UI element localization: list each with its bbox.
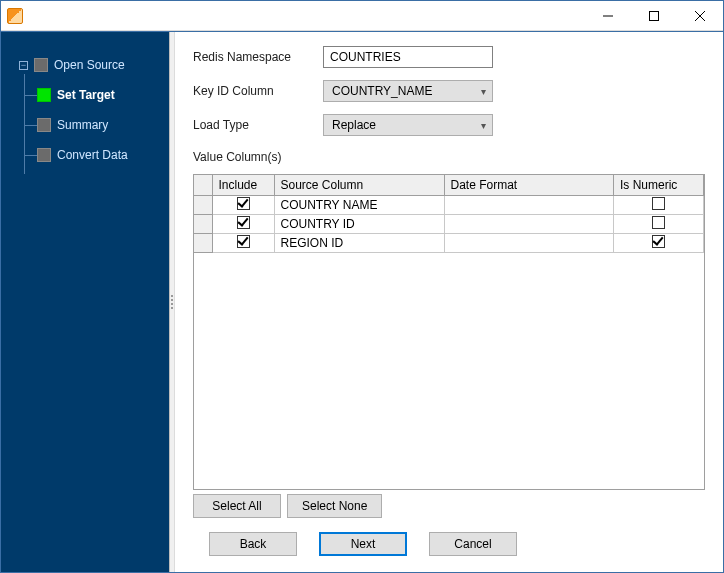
cancel-button[interactable]: Cancel — [429, 532, 517, 556]
step-label: Convert Data — [57, 148, 128, 162]
load-type-label: Load Type — [193, 118, 323, 132]
is-numeric-cell[interactable] — [614, 195, 704, 214]
col-dateformat[interactable]: Date Format — [444, 175, 614, 195]
row-header[interactable] — [194, 195, 212, 214]
value-columns-label: Value Column(s) — [193, 150, 705, 164]
select-none-button[interactable]: Select None — [287, 494, 382, 518]
source-column-cell[interactable]: COUNTRY ID — [274, 214, 444, 233]
steps-sidebar: − Open Source Set Target Summary Co — [1, 32, 169, 572]
step-summary[interactable]: Summary — [9, 110, 169, 140]
step-label: Summary — [57, 118, 108, 132]
is-numeric-cell[interactable] — [614, 233, 704, 252]
step-box-icon — [37, 148, 51, 162]
row-header-blank — [194, 175, 212, 195]
close-button[interactable] — [677, 1, 723, 30]
include-checkbox[interactable] — [237, 197, 250, 210]
step-open-source[interactable]: − Open Source — [9, 50, 169, 80]
col-include[interactable]: Include — [212, 175, 274, 195]
include-cell[interactable] — [212, 214, 274, 233]
next-button[interactable]: Next — [319, 532, 407, 556]
key-id-column-select[interactable]: COUNTRY_NAME ▾ — [323, 80, 493, 102]
collapse-icon[interactable]: − — [19, 61, 28, 70]
col-source[interactable]: Source Column — [274, 175, 444, 195]
chevron-down-icon: ▾ — [481, 120, 486, 131]
splitter[interactable] — [169, 32, 175, 572]
svg-rect-1 — [650, 11, 659, 20]
chevron-down-icon: ▾ — [481, 86, 486, 97]
key-id-column-value: COUNTRY_NAME — [332, 84, 432, 98]
source-column-cell[interactable]: REGION ID — [274, 233, 444, 252]
include-checkbox[interactable] — [237, 216, 250, 229]
date-format-cell[interactable] — [444, 214, 614, 233]
include-cell[interactable] — [212, 195, 274, 214]
minimize-button[interactable] — [585, 1, 631, 30]
table-row: REGION ID — [194, 233, 704, 252]
app-icon — [7, 8, 23, 24]
table-row: COUNTRY NAME — [194, 195, 704, 214]
value-columns-grid: Include Source Column Date Format Is Num… — [193, 174, 705, 490]
date-format-cell[interactable] — [444, 233, 614, 252]
maximize-button[interactable] — [631, 1, 677, 30]
select-all-button[interactable]: Select All — [193, 494, 281, 518]
main-panel: Redis Namespace Key ID Column COUNTRY_NA… — [175, 32, 723, 572]
step-label: Open Source — [54, 58, 125, 72]
date-format-cell[interactable] — [444, 195, 614, 214]
redis-namespace-input[interactable] — [323, 46, 493, 68]
row-header[interactable] — [194, 214, 212, 233]
key-id-column-label: Key ID Column — [193, 84, 323, 98]
back-button[interactable]: Back — [209, 532, 297, 556]
step-box-icon — [37, 118, 51, 132]
table-row: COUNTRY ID — [194, 214, 704, 233]
is-numeric-checkbox[interactable] — [652, 235, 665, 248]
titlebar — [1, 1, 723, 31]
load-type-value: Replace — [332, 118, 376, 132]
step-set-target[interactable]: Set Target — [9, 80, 169, 110]
step-box-icon — [37, 88, 51, 102]
redis-namespace-label: Redis Namespace — [193, 50, 323, 64]
wizard-window: − Open Source Set Target Summary Co — [0, 0, 724, 573]
step-label: Set Target — [57, 88, 115, 102]
load-type-select[interactable]: Replace ▾ — [323, 114, 493, 136]
step-convert-data[interactable]: Convert Data — [9, 140, 169, 170]
window-controls — [585, 1, 723, 30]
include-checkbox[interactable] — [237, 235, 250, 248]
row-header[interactable] — [194, 233, 212, 252]
source-column-cell[interactable]: COUNTRY NAME — [274, 195, 444, 214]
is-numeric-cell[interactable] — [614, 214, 704, 233]
step-box-icon — [34, 58, 48, 72]
include-cell[interactable] — [212, 233, 274, 252]
col-isnumeric[interactable]: Is Numeric — [614, 175, 704, 195]
is-numeric-checkbox[interactable] — [652, 216, 665, 229]
is-numeric-checkbox[interactable] — [652, 197, 665, 210]
